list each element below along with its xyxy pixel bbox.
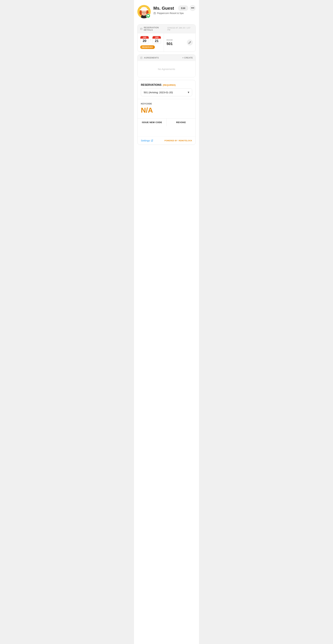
calendar-icon [140, 28, 142, 30]
svg-point-7 [140, 10, 142, 15]
date-dash: - [150, 38, 151, 41]
hotel-name-text: Peppercorn Resort & Spa [157, 12, 184, 14]
dates-row: JAN 20 - JAN 21 [140, 36, 161, 44]
create-label: + CREATE [182, 57, 193, 59]
powered-by: POWERED BY REMOTELOCK [165, 140, 192, 142]
svg-point-6 [141, 7, 147, 10]
reservation-body: JAN 20 - JAN 21 RESERVED ROOM 501 [138, 33, 195, 52]
pencil-icon [188, 41, 191, 44]
reservation-status-badge: RESERVED [140, 45, 155, 49]
check-out-month: JAN [153, 36, 161, 39]
check-in-month: JAN [140, 36, 149, 39]
more-options-button[interactable]: ••• [190, 5, 196, 11]
svg-point-9 [143, 12, 143, 13]
check-out-date-box: JAN 21 [152, 36, 161, 44]
reservation-details-header: RESERVATION DETAILS SYNCED AT JAN 20 / 1… [138, 24, 195, 33]
svg-rect-14 [141, 29, 141, 29]
chat-badge [146, 14, 150, 18]
edit-room-button[interactable] [187, 40, 193, 46]
svg-rect-12 [154, 13, 155, 13]
svg-rect-13 [140, 28, 142, 30]
more-icon: ••• [191, 6, 194, 10]
room-info: ROOM 501 [166, 39, 173, 46]
check-out-day: 21 [153, 39, 161, 44]
dates-section: JAN 20 - JAN 21 RESERVED [138, 33, 164, 52]
keycode-card-header: RESERVATIONS (REQUIRED) 501 (Arriving: 2… [138, 80, 195, 99]
spacer [138, 126, 195, 136]
settings-label: Settings [141, 139, 150, 142]
settings-link[interactable]: Settings [141, 139, 153, 142]
agreements-empty-state: No Agreements [138, 61, 195, 77]
edit-button[interactable]: Edit [178, 5, 188, 11]
issue-new-code-button[interactable]: ISSUE NEW CODE [138, 118, 166, 126]
keycode-value: N/A [141, 106, 192, 114]
synced-label: SYNCED AT JAN 20 / 1:57 PM [167, 27, 193, 31]
reservation-select-wrapper: 501 (Arriving: 2023-01-20) ▼ [141, 88, 192, 96]
agreements-header: AGREEMENTS + CREATE [138, 55, 195, 61]
keycode-card: RESERVATIONS (REQUIRED) 501 (Arriving: 2… [137, 80, 196, 145]
reservation-select[interactable]: 501 (Arriving: 2023-01-20) [141, 88, 192, 96]
document-icon [140, 57, 143, 59]
check-in-date-box: JAN 20 [140, 36, 149, 44]
header: Ms. Guest Peppercorn Resort & Spa Edit •… [134, 0, 199, 22]
agreements-title-group: AGREEMENTS [140, 57, 159, 59]
room-number: 501 [166, 42, 173, 46]
revoke-button[interactable]: REVOKE [166, 118, 196, 126]
reservation-details-title-group: RESERVATION DETAILS [140, 26, 167, 31]
avatar [137, 5, 151, 18]
check-in-day: 20 [140, 39, 149, 44]
card-footer: Settings POWERED BY REMOTELOCK [138, 136, 195, 144]
svg-rect-15 [141, 29, 142, 29]
powered-by-label: POWERED BY [165, 140, 177, 142]
required-badge: (REQUIRED) [163, 84, 176, 86]
agreements-card: AGREEMENTS + CREATE No Agreements [137, 54, 196, 77]
reservation-details-label: RESERVATION DETAILS [144, 26, 167, 31]
hotel-name: Peppercorn Resort & Spa [153, 12, 196, 14]
reservation-details-card: RESERVATION DETAILS SYNCED AT JAN 20 / 1… [137, 24, 196, 52]
remotelock-label: REMOTELOCK [179, 140, 192, 142]
keycode-actions: ISSUE NEW CODE REVOKE [138, 118, 195, 126]
room-label: ROOM [166, 39, 173, 41]
room-section: ROOM 501 [164, 33, 195, 52]
header-actions: Edit ••• [178, 5, 196, 11]
no-agreements-text: No Agreements [158, 68, 175, 70]
create-agreement-button[interactable]: + CREATE [182, 57, 193, 59]
reservations-label: RESERVATIONS [141, 84, 162, 86]
agreements-label: AGREEMENTS [144, 57, 159, 59]
keycode-label: KEYCODE [141, 102, 192, 105]
keycode-section: KEYCODE N/A [138, 99, 195, 118]
external-link-icon [151, 140, 153, 142]
hotel-icon [153, 12, 156, 14]
svg-point-10 [145, 12, 145, 13]
reservations-label-group: RESERVATIONS (REQUIRED) [141, 84, 192, 86]
